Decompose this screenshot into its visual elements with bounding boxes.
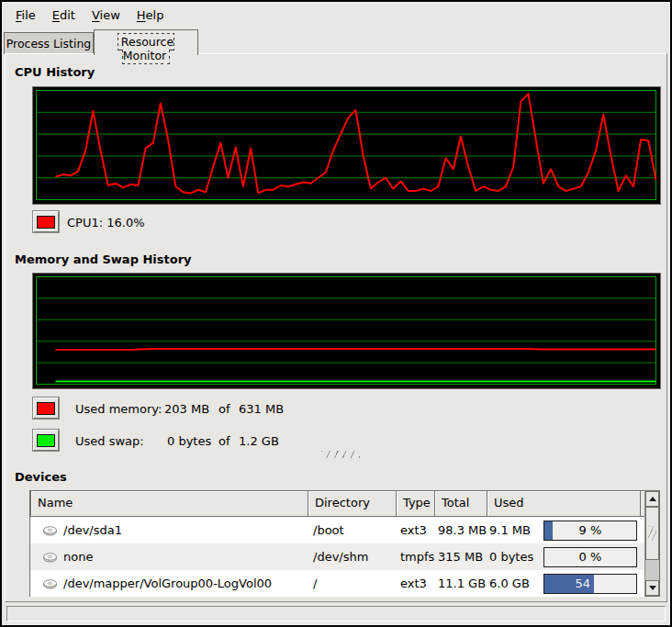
status-bar [6, 606, 666, 621]
tab-resource-monitor[interactable]: Resource Monitor [94, 29, 198, 55]
scrollbar-down-button[interactable] [645, 580, 659, 596]
used-swap-color-swatch [37, 434, 55, 447]
column-header-type[interactable]: Type [397, 491, 435, 517]
disk-icon [42, 577, 58, 591]
disk-icon [42, 550, 58, 565]
used-swap-total: 1.2 GB [239, 434, 279, 448]
device-total: 98.3 MB [435, 523, 487, 537]
device-name: none [63, 550, 93, 564]
system-monitor-window: File Edit View Help Process Listing Reso… [0, 0, 672, 627]
usage-percent-label: 54 % [544, 575, 636, 593]
cpu1-color-swatch [37, 216, 55, 229]
devices-scrollbar[interactable] [644, 491, 659, 596]
usage-percent-label: 9 % [544, 521, 636, 540]
device-directory: /boot [308, 523, 397, 537]
devices-table: Name Directory Type Total Used /dev/sda1… [29, 490, 660, 597]
device-directory: /dev/shm [308, 550, 397, 564]
arrow-down-icon [649, 586, 656, 590]
usage-progressbar: 9 % [543, 521, 637, 541]
cpu-history-graph [32, 86, 661, 205]
device-name: /dev/sda1 [63, 523, 122, 537]
device-type: tmpfs [397, 550, 435, 564]
device-name: /dev/mapper/VolGroup00-LogVol00 [63, 577, 272, 590]
device-used: 9.1 MB [487, 523, 531, 537]
menu-help[interactable]: Help [129, 6, 173, 25]
tab-bar: Process Listing Resource Monitor [2, 28, 670, 54]
used-memory-total: 631 MB [239, 402, 284, 416]
usage-percent-label: 0 % [544, 548, 636, 566]
cpu1-legend-label: CPU1: 16.0% [67, 216, 145, 230]
device-total: 315 MB [435, 550, 487, 564]
scrollbar-up-button[interactable] [645, 491, 659, 507]
tab-resource-monitor-label: Resource Monitor [118, 34, 174, 63]
usage-progressbar: 0 % [543, 547, 637, 567]
devices-title: Devices [15, 470, 67, 484]
used-memory-color-swatch [37, 402, 55, 415]
device-type: ext3 [397, 523, 435, 537]
menu-edit[interactable]: Edit [44, 6, 84, 25]
used-memory-of: of [218, 402, 230, 416]
scrollbar-thumb[interactable] [645, 507, 659, 560]
column-header-name[interactable]: Name [30, 491, 308, 517]
column-header-directory[interactable]: Directory [308, 491, 397, 517]
used-swap-value: 0 bytes [167, 434, 211, 448]
menubar: File Edit View Help [2, 2, 670, 28]
device-directory: / [308, 577, 397, 590]
used-memory-value: 203 MB [164, 402, 209, 416]
pane-resize-grip[interactable] [321, 451, 360, 458]
device-used: 6.0 GB [487, 577, 530, 590]
disk-icon [42, 523, 58, 538]
memory-history-title: Memory and Swap History [15, 252, 192, 266]
usage-progressbar: 54 % [543, 574, 637, 594]
device-total: 11.1 GB [435, 577, 487, 590]
menu-view[interactable]: View [84, 6, 129, 25]
table-row[interactable]: none /dev/shm tmpfs 315 MB 0 bytes 0 % [30, 543, 644, 570]
devices-table-body: /dev/sda1 /boot ext3 98.3 MB 9.1 MB 9 % … [30, 517, 644, 597]
used-memory-color-button[interactable] [33, 397, 59, 419]
tab-process-listing[interactable]: Process Listing [4, 32, 94, 54]
used-memory-label: Used memory: [75, 402, 162, 416]
device-type: ext3 [397, 577, 435, 590]
menu-file[interactable]: File [7, 6, 44, 25]
devices-table-header: Name Directory Type Total Used [30, 491, 644, 517]
table-row[interactable]: /dev/sda1 /boot ext3 98.3 MB 9.1 MB 9 % [30, 517, 644, 543]
used-swap-color-button[interactable] [33, 430, 59, 451]
cpu1-color-button[interactable] [33, 211, 59, 232]
cpu-history-title: CPU History [15, 65, 95, 79]
used-swap-label: Used swap: [75, 434, 144, 448]
device-used: 0 bytes [487, 550, 533, 564]
used-swap-of: of [218, 434, 230, 448]
column-header-used[interactable]: Used [487, 491, 641, 517]
arrow-up-icon [649, 497, 656, 501]
memory-swap-graph [32, 273, 661, 389]
table-row[interactable]: /dev/mapper/VolGroup00-LogVol00 / ext3 1… [30, 570, 644, 597]
column-header-total[interactable]: Total [435, 491, 487, 517]
